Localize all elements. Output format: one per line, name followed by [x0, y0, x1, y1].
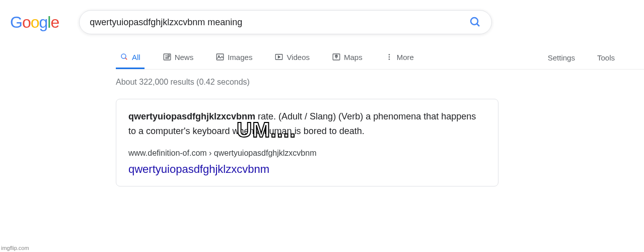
videos-icon: [274, 52, 283, 61]
tab-label: News: [175, 53, 194, 61]
news-icon: [163, 52, 172, 61]
snippet-text: qwertyuiopasdfghjklzxcvbnm rate. (Adult …: [128, 109, 486, 139]
svg-point-14: [388, 54, 390, 55]
svg-point-0: [471, 18, 478, 25]
tabs-right: Settings Tools: [544, 47, 619, 68]
results-area: About 322,000 results (0.42 seconds) qwe…: [116, 78, 644, 186]
tab-images[interactable]: Images: [211, 46, 256, 69]
svg-point-2: [121, 54, 126, 58]
search-small-icon: [120, 52, 129, 61]
featured-snippet: qwertyuiopasdfghjklzxcvbnm rate. (Adult …: [116, 99, 498, 186]
tools-link[interactable]: Tools: [593, 47, 619, 68]
snippet-url: www.definition-of.com › qwertyuiopasdfgh…: [128, 149, 486, 158]
tabs-row: All News Images Videos Maps More Setting…: [116, 46, 644, 70]
tab-label: Maps: [344, 53, 363, 61]
result-stats: About 322,000 results (0.42 seconds): [116, 78, 644, 87]
meme-caption: UM....: [237, 118, 296, 142]
images-icon: [216, 52, 225, 61]
google-logo[interactable]: Google: [10, 13, 59, 32]
logo-letter: o: [31, 13, 39, 31]
tab-label: More: [397, 53, 414, 61]
logo-letter: o: [22, 13, 31, 31]
tab-videos[interactable]: Videos: [270, 46, 314, 69]
logo-letter: e: [50, 13, 59, 31]
svg-line-1: [477, 24, 479, 26]
svg-point-15: [388, 56, 390, 58]
tab-maps[interactable]: Maps: [328, 46, 367, 69]
tab-news[interactable]: News: [159, 46, 198, 69]
tab-label: Images: [228, 53, 252, 61]
settings-link[interactable]: Settings: [544, 47, 579, 68]
tab-label: All: [132, 53, 140, 61]
svg-point-13: [336, 56, 337, 57]
svg-point-16: [388, 58, 390, 60]
header: Google: [0, 0, 644, 34]
tab-all[interactable]: All: [116, 46, 145, 69]
search-input[interactable]: [90, 17, 469, 28]
svg-line-3: [125, 58, 127, 59]
more-icon: [385, 52, 394, 61]
search-box[interactable]: [79, 10, 492, 34]
search-icon[interactable]: [469, 16, 481, 28]
logo-letter: G: [10, 13, 22, 31]
tab-more[interactable]: More: [381, 46, 418, 69]
tabs-left: All News Images Videos Maps More: [116, 46, 418, 69]
logo-letter: g: [39, 13, 47, 31]
svg-rect-8: [168, 55, 169, 56]
snippet-title-link[interactable]: qwertyuiopasdfghjklzxcvbnm: [128, 163, 486, 176]
watermark: imgflip.com: [1, 245, 29, 251]
tab-label: Videos: [287, 53, 310, 61]
maps-icon: [332, 52, 341, 61]
